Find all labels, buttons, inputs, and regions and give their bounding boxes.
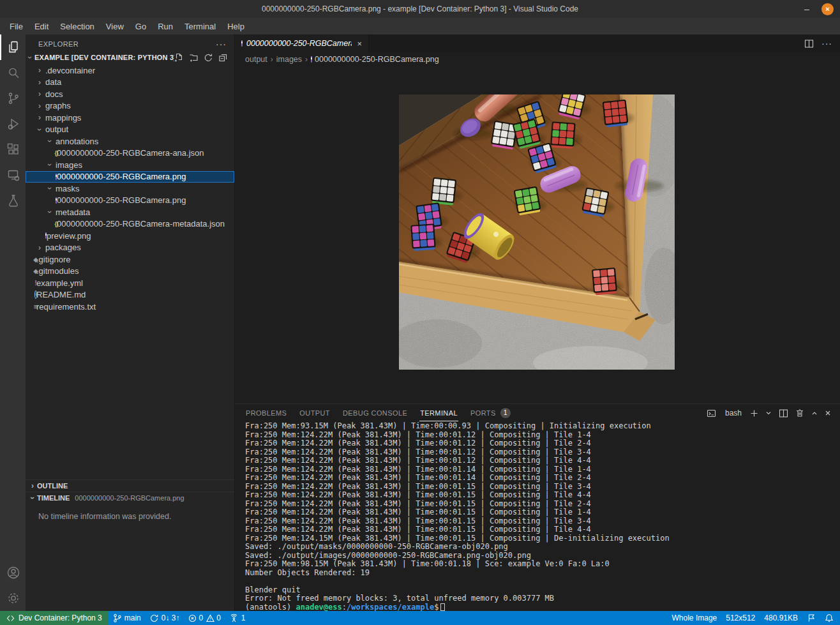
tree-item[interactable]: graphs xyxy=(26,100,234,112)
remote-explorer-icon[interactable] xyxy=(0,162,26,188)
testing-icon[interactable] xyxy=(0,188,26,213)
menu-item[interactable]: Go xyxy=(130,20,152,33)
terminal-line: Fra:250 Mem:124.22M (Peak 381.43M) | Tim… xyxy=(245,517,840,526)
run-debug-icon[interactable] xyxy=(0,111,26,137)
tree-item-label: .devcontainer xyxy=(45,66,95,75)
settings-gear-icon[interactable] xyxy=(0,585,26,611)
tree-chevron-icon xyxy=(35,113,44,122)
panel-tab[interactable]: PORTS1 xyxy=(470,405,511,421)
tree-item[interactable]: masks xyxy=(26,183,234,195)
tree-item[interactable]: annotations xyxy=(26,135,234,147)
new-terminal-icon[interactable] xyxy=(750,409,758,418)
terminal-output[interactable]: Fra:250 Mem:93.15M (Peak 381.43M) | Time… xyxy=(235,422,840,611)
terminal-line xyxy=(245,577,840,586)
tree-item[interactable]: metadata xyxy=(26,206,234,218)
ports-indicator[interactable]: 1 xyxy=(225,611,250,625)
menu-item[interactable]: View xyxy=(100,20,130,33)
breadcrumb-folder[interactable]: output xyxy=(245,55,267,64)
editor-canvas xyxy=(235,66,840,403)
panel-tab[interactable]: OUTPUT xyxy=(299,405,331,421)
tree-chevron-icon xyxy=(45,160,54,169)
panel-tab[interactable]: DEBUG CONSOLE xyxy=(342,405,408,421)
breadcrumb-folder[interactable]: images xyxy=(276,55,302,64)
extensions-icon[interactable] xyxy=(0,137,26,162)
menu-item[interactable]: Selection xyxy=(54,20,100,33)
menu-item[interactable]: Terminal xyxy=(179,20,221,33)
terminal-line: Fra:250 Mem:93.15M (Peak 381.43M) | Time… xyxy=(245,422,840,431)
explorer-more-icon[interactable]: ··· xyxy=(216,39,227,49)
editor-more-icon[interactable]: ··· xyxy=(821,38,832,49)
source-control-icon[interactable] xyxy=(0,86,26,111)
tree-item[interactable]: images xyxy=(26,159,234,171)
account-icon[interactable] xyxy=(0,560,26,585)
branch-indicator[interactable]: main xyxy=(109,611,146,625)
tree-item[interactable]: README.md xyxy=(26,289,234,301)
breadcrumb[interactable]: output › images › 0000000000-250-RGBCame… xyxy=(235,52,840,66)
terminal-cursor xyxy=(440,603,445,611)
window-title: 0000000000-250-RGBCamera.png - example [… xyxy=(0,4,840,13)
minimize-button[interactable]: – xyxy=(802,4,811,14)
terminal-line: Fra:250 Mem:124.22M (Peak 381.43M) | Tim… xyxy=(245,500,840,509)
tree-item[interactable]: 0000000000-250-RGBCamera-metadata.json xyxy=(26,218,234,230)
image-zoom-mode[interactable]: Whole Image xyxy=(668,611,722,625)
breadcrumb-file[interactable]: 0000000000-250-RGBCamera.png xyxy=(311,55,439,64)
editor-tab[interactable]: 0000000000-250-RGBCamera.png × xyxy=(235,34,369,52)
tree-item[interactable]: output xyxy=(26,124,234,136)
tree-item[interactable]: data xyxy=(26,77,234,89)
tree-item-label: data xyxy=(45,77,61,87)
warning-icon xyxy=(206,614,214,622)
tree-item[interactable]: .gitignore xyxy=(26,253,234,266)
close-button[interactable]: × xyxy=(821,3,834,15)
tree-item[interactable]: 0000000000-250-RGBCamera-ana.json xyxy=(26,147,234,160)
bash-terminal-icon[interactable] xyxy=(707,409,716,418)
tree-item[interactable]: example.yml xyxy=(26,277,234,289)
tree-item[interactable]: mappings xyxy=(26,112,234,124)
new-file-icon[interactable] xyxy=(174,53,184,63)
tree-item[interactable]: 0000000000-250-RGBCamera.png xyxy=(26,195,234,207)
shell-name[interactable]: bash xyxy=(725,409,742,418)
tree-item[interactable]: requirements.txt xyxy=(26,301,234,313)
project-root-row[interactable]: EXAMPLE [DEV CONTAINER: PYTHON 3] xyxy=(26,51,234,64)
sync-indicator[interactable]: 0↓ 3↑ xyxy=(146,611,184,625)
tree-item[interactable]: 0000000000-250-RGBCamera.png xyxy=(26,171,234,183)
menu-item[interactable]: File xyxy=(4,20,29,33)
explorer-icon[interactable] xyxy=(0,34,26,60)
tree-item[interactable]: .devcontainer xyxy=(26,64,234,77)
error-icon xyxy=(188,614,197,622)
refresh-icon[interactable] xyxy=(204,53,213,63)
tree-chevron-icon xyxy=(35,125,44,134)
terminal-line: Fra:250 Mem:124.22M (Peak 381.43M) | Tim… xyxy=(245,483,840,492)
tab-close-icon[interactable]: × xyxy=(356,39,363,49)
panel-tab[interactable]: TERMINAL xyxy=(419,405,458,421)
collapse-folders-icon[interactable] xyxy=(218,53,228,63)
kill-terminal-icon[interactable] xyxy=(795,409,804,418)
remote-indicator[interactable]: Dev Container: Python 3 xyxy=(0,611,109,625)
split-terminal-icon[interactable] xyxy=(779,409,788,418)
tree-item[interactable]: packages xyxy=(26,242,234,254)
menu-item[interactable]: Edit xyxy=(29,20,54,33)
menu-item[interactable]: Help xyxy=(221,20,250,33)
timeline-section[interactable]: TIMELINE 0000000000-250-RGBCamera.png xyxy=(26,492,234,504)
tree-item-label: .gitignore xyxy=(36,255,70,264)
maximize-panel-icon[interactable] xyxy=(811,410,818,416)
tree-chevron-icon xyxy=(35,102,44,110)
menu-item[interactable]: Run xyxy=(152,20,179,33)
close-panel-icon[interactable] xyxy=(825,410,831,416)
search-icon[interactable] xyxy=(0,60,26,86)
terminal-line: Number Objects Rendered: 19 xyxy=(245,569,840,578)
tree-item[interactable]: docs xyxy=(26,88,234,100)
tree-item[interactable]: preview.png xyxy=(26,230,234,242)
tree-chevron-icon xyxy=(45,137,54,146)
panel-tab[interactable]: PROBLEMS xyxy=(245,405,287,421)
tree-item[interactable]: .gitmodules xyxy=(26,266,234,278)
problems-indicator[interactable]: 0 0 xyxy=(184,611,225,625)
terminal-dropdown-icon[interactable] xyxy=(765,410,772,416)
image-preview[interactable] xyxy=(399,94,675,370)
feedback-icon[interactable] xyxy=(802,611,820,625)
tab-label: 0000000000-250-RGBCamera.png xyxy=(246,39,352,48)
tree-item-label: 0000000000-250-RGBCamera-metadata.json xyxy=(57,219,225,229)
new-folder-icon[interactable] xyxy=(189,53,199,63)
split-editor-icon[interactable] xyxy=(804,39,814,49)
notifications-bell-icon[interactable] xyxy=(820,611,840,625)
outline-section[interactable]: OUTLINE xyxy=(26,479,234,492)
